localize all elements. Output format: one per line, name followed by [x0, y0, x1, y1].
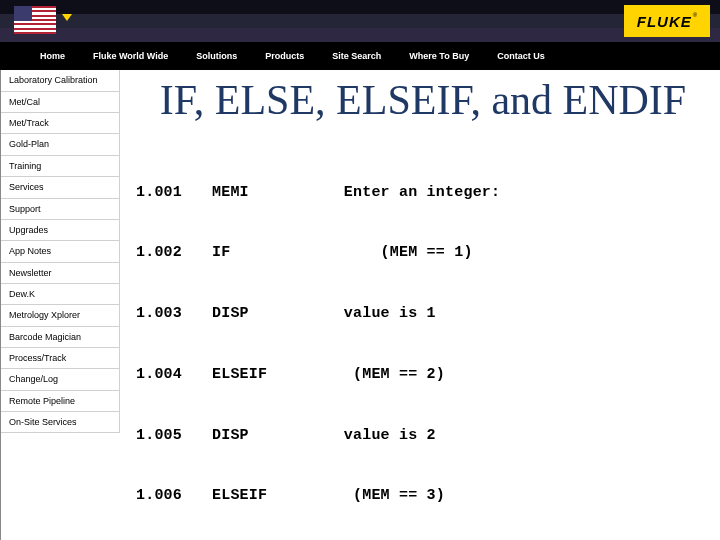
us-flag-icon [14, 6, 56, 34]
code-line: 1.004ELSEIF (MEM == 2) [136, 365, 710, 385]
fluke-logo[interactable]: FLUKE® [624, 5, 710, 37]
nav-contact-us[interactable]: Contact Us [483, 51, 559, 61]
line-arg: Enter an integer: [307, 183, 710, 203]
line-opcode: ELSEIF [212, 365, 307, 385]
nav-home[interactable]: Home [26, 51, 79, 61]
primary-nav: Home Fluke World Wide Solutions Products… [0, 42, 720, 70]
sidebar-item-support[interactable]: Support [1, 199, 120, 220]
top-brand-bar: FLUKE® [0, 0, 720, 42]
code-listing: 1.001MEMI Enter an integer: 1.002IF (MEM… [136, 142, 710, 540]
sidebar-item-remote-pipeline[interactable]: Remote Pipeline [1, 391, 120, 412]
code-line: 1.005DISP value is 2 [136, 426, 710, 446]
line-number: 1.006 [136, 486, 212, 506]
line-opcode: MEMI [212, 183, 307, 203]
nav-where-to-buy[interactable]: Where To Buy [395, 51, 483, 61]
left-sidebar: Laboratory Calibration Met/Cal Met/Track… [0, 70, 120, 540]
sidebar-item-training[interactable]: Training [1, 156, 120, 177]
code-line: 1.003DISP value is 1 [136, 304, 710, 324]
sidebar-item-dewk[interactable]: Dew.K [1, 284, 120, 305]
registered-mark: ® [693, 12, 698, 18]
sidebar-item-services[interactable]: Services [1, 177, 120, 198]
sidebar-item-app-notes[interactable]: App Notes [1, 241, 120, 262]
sidebar-item-mettrack[interactable]: Met/Track [1, 113, 120, 134]
sidebar-item-newsletter[interactable]: Newsletter [1, 263, 120, 284]
line-opcode: DISP [212, 304, 307, 324]
nav-site-search[interactable]: Site Search [318, 51, 395, 61]
sidebar-item-upgrades[interactable]: Upgrades [1, 220, 120, 241]
sidebar-item-metrology-xplorer[interactable]: Metrology Xplorer [1, 305, 120, 326]
line-opcode: DISP [212, 426, 307, 446]
line-arg: (MEM == 2) [307, 365, 710, 385]
sidebar-item-laboratory-calibration[interactable]: Laboratory Calibration [1, 70, 120, 92]
main-panel: IF, ELSE, ELSEIF, and ENDIF 1.001MEMI En… [120, 70, 720, 540]
sidebar-item-change-log[interactable]: Change/Log [1, 369, 120, 390]
page-title: IF, ELSE, ELSEIF, and ENDIF [136, 78, 710, 122]
sidebar-item-gold-plan[interactable]: Gold-Plan [1, 134, 120, 155]
line-number: 1.003 [136, 304, 212, 324]
fluke-logo-text: FLUKE [637, 13, 692, 30]
code-line: 1.006ELSEIF (MEM == 3) [136, 486, 710, 506]
line-arg: (MEM == 3) [307, 486, 710, 506]
sidebar-item-barcode-magician[interactable]: Barcode Magician [1, 327, 120, 348]
line-opcode: IF [212, 243, 307, 263]
sidebar-item-on-site-services[interactable]: On-Site Services [1, 412, 120, 433]
line-opcode: ELSEIF [212, 486, 307, 506]
line-arg: value is 1 [307, 304, 710, 324]
nav-fluke-worldwide[interactable]: Fluke World Wide [79, 51, 182, 61]
line-arg: (MEM == 1) [307, 243, 710, 263]
line-arg: value is 2 [307, 426, 710, 446]
line-number: 1.002 [136, 243, 212, 263]
sidebar-item-process-track[interactable]: Process/Track [1, 348, 120, 369]
line-number: 1.001 [136, 183, 212, 203]
line-number: 1.004 [136, 365, 212, 385]
code-line: 1.002IF (MEM == 1) [136, 243, 710, 263]
top-bar-bg [0, 0, 720, 42]
sidebar-item-metcal[interactable]: Met/Cal [1, 92, 120, 113]
content-area: Laboratory Calibration Met/Cal Met/Track… [0, 70, 720, 540]
nav-solutions[interactable]: Solutions [182, 51, 251, 61]
nav-products[interactable]: Products [251, 51, 318, 61]
line-number: 1.005 [136, 426, 212, 446]
flag-dropdown-icon[interactable] [62, 14, 72, 21]
code-line: 1.001MEMI Enter an integer: [136, 183, 710, 203]
